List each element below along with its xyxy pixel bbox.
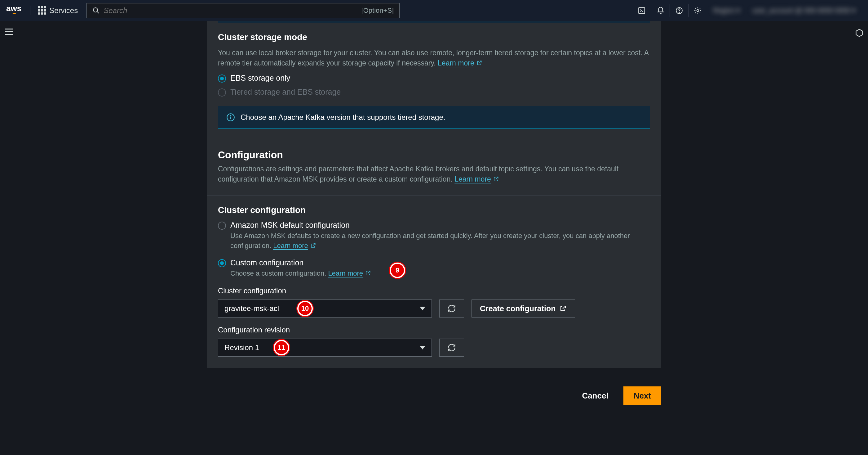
config-option-default[interactable]: Amazon MSK default configuration Use Ama… bbox=[218, 221, 650, 251]
configuration-panel: Configuration Configurations are setting… bbox=[207, 140, 661, 368]
help-icon[interactable] bbox=[670, 4, 688, 17]
services-button[interactable]: Services bbox=[38, 6, 78, 15]
radio-icon bbox=[218, 75, 226, 83]
cloudshell-icon[interactable] bbox=[632, 4, 651, 17]
info-icon bbox=[226, 113, 235, 122]
footer-actions: Cancel Next bbox=[207, 379, 661, 419]
search-input[interactable] bbox=[103, 6, 361, 15]
radio-label: Tiered storage and EBS storage bbox=[230, 87, 341, 96]
radio-icon bbox=[218, 88, 226, 96]
aws-smile: ⌣ bbox=[12, 11, 16, 15]
hamburger-icon[interactable] bbox=[5, 29, 13, 35]
radio-description: Choose a custom configuration. Learn mor… bbox=[230, 268, 371, 278]
radio-label: Amazon MSK default configuration bbox=[230, 221, 650, 230]
hex-icon[interactable] bbox=[855, 29, 864, 455]
storage-option-ebs[interactable]: EBS storage only bbox=[218, 74, 650, 83]
callout-11: 11 bbox=[274, 340, 289, 356]
cancel-button[interactable]: Cancel bbox=[575, 387, 616, 405]
external-link-icon bbox=[493, 176, 499, 182]
storage-heading: Cluster storage mode bbox=[218, 32, 650, 42]
settings-icon[interactable] bbox=[688, 4, 707, 17]
search-box[interactable]: [Option+S] bbox=[87, 3, 400, 18]
search-icon bbox=[92, 7, 100, 14]
cluster-config-field-label: Cluster configuration bbox=[218, 286, 650, 295]
callout-10: 10 bbox=[297, 301, 313, 316]
config-heading: Configuration bbox=[218, 149, 650, 161]
refresh-revision-button[interactable] bbox=[439, 339, 464, 357]
search-shortcut: [Option+S] bbox=[362, 6, 394, 15]
info-text: Choose an Apache Kafka version that supp… bbox=[241, 113, 445, 122]
radio-label: EBS storage only bbox=[230, 74, 290, 83]
topnav-right: Region ▾ user_account @ 000-0000-0000 ▾ bbox=[632, 4, 862, 17]
config-option-custom[interactable]: Custom configuration Choose a custom con… bbox=[218, 258, 650, 278]
services-label: Services bbox=[49, 6, 78, 15]
radio-label: Custom configuration bbox=[230, 258, 371, 267]
cluster-config-heading: Cluster configuration bbox=[218, 205, 650, 215]
svg-point-0 bbox=[93, 8, 98, 12]
external-link-icon bbox=[476, 60, 483, 66]
svg-point-10 bbox=[230, 115, 231, 116]
create-configuration-button[interactable]: Create configuration bbox=[471, 300, 575, 317]
next-button[interactable]: Next bbox=[623, 387, 661, 405]
create-btn-label: Create configuration bbox=[480, 304, 556, 313]
right-rail bbox=[850, 21, 868, 455]
callout-9: 9 bbox=[390, 262, 405, 278]
storage-option-tiered: Tiered storage and EBS storage bbox=[218, 87, 650, 96]
svg-line-1 bbox=[97, 11, 99, 13]
notifications-icon[interactable] bbox=[651, 4, 670, 17]
custom-learn-more-link[interactable]: Learn more bbox=[328, 269, 371, 277]
chevron-down-icon bbox=[420, 307, 425, 310]
account-menu[interactable]: user_account @ 000-0000-0000 ▾ bbox=[746, 6, 862, 15]
default-learn-more-link[interactable]: Learn more bbox=[273, 242, 316, 250]
previous-panel-partial: Cluster storage mode You can use local b… bbox=[207, 21, 661, 140]
aws-logo[interactable]: aws ⌣ bbox=[6, 6, 30, 15]
cluster-config-select[interactable]: gravitee-msk-acl bbox=[218, 300, 432, 317]
storage-learn-more-link[interactable]: Learn more bbox=[438, 59, 483, 67]
refresh-config-button[interactable] bbox=[439, 300, 464, 317]
select-value: gravitee-msk-acl bbox=[224, 304, 279, 313]
svg-point-5 bbox=[679, 12, 680, 12]
radio-description: Use Amazon MSK defaults to create a new … bbox=[230, 231, 650, 251]
radio-icon bbox=[218, 259, 226, 267]
config-desc: Configurations are settings and paramete… bbox=[218, 164, 650, 185]
revision-field-label: Configuration revision bbox=[218, 325, 650, 334]
grid-icon bbox=[38, 6, 46, 15]
radio-icon bbox=[218, 222, 226, 230]
left-rail bbox=[0, 21, 18, 455]
svg-marker-7 bbox=[856, 29, 862, 36]
tiered-storage-info: Choose an Apache Kafka version that supp… bbox=[218, 106, 650, 129]
select-value: Revision 1 bbox=[224, 343, 259, 352]
storage-desc: You can use local broker storage for you… bbox=[218, 48, 650, 68]
region-selector[interactable]: Region ▾ bbox=[707, 6, 746, 15]
external-link-icon bbox=[310, 243, 316, 249]
external-link-icon bbox=[559, 305, 567, 312]
external-link-icon bbox=[365, 270, 371, 276]
config-learn-more-link[interactable]: Learn more bbox=[455, 175, 499, 183]
top-navigation: aws ⌣ Services [Option+S] Region ▾ user_… bbox=[0, 0, 868, 21]
chevron-down-icon bbox=[420, 346, 425, 349]
revision-select[interactable]: Revision 1 bbox=[218, 339, 432, 357]
main-content: Cluster storage mode You can use local b… bbox=[18, 21, 850, 455]
svg-point-6 bbox=[696, 9, 699, 11]
